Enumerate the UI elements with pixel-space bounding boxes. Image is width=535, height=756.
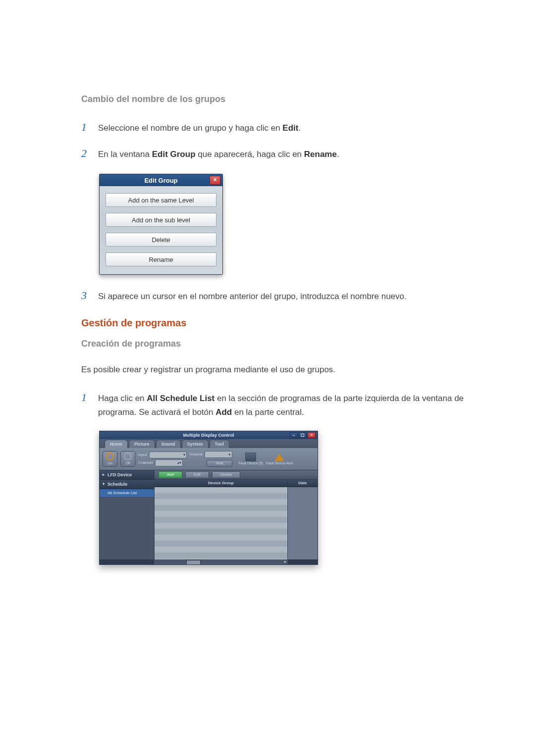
mdc-tab-row: Home Picture Sound System Tool ? [100,439,318,448]
text: que aparecerá, haga clic en [196,150,304,159]
delete-button[interactable]: Delete [106,233,216,247]
bold: Add [215,407,232,417]
label: Fault Device (0) [238,461,263,465]
label: Off [125,461,130,465]
bold: Edit Group [152,150,196,159]
input-label: Input [138,453,147,457]
grid-col-device-group [155,487,287,559]
text: En la ventana [98,150,152,159]
step-text: Si aparece un cursor en el nombre anteri… [98,290,407,303]
steps-create: 1 Haga clic en All Schedule List en la s… [81,389,476,418]
step-text: En la ventana Edit Group que aparecerá, … [98,148,339,161]
label: On [107,461,112,465]
power-off-button[interactable]: Off [120,451,135,467]
bold: Rename [304,150,337,159]
warning-icon [274,454,284,461]
horizontal-scrollbar[interactable] [154,559,288,564]
volume-stepper[interactable]: ▸ [205,451,232,458]
sidebar-item-all-schedule[interactable]: All Schedule List [100,489,154,498]
edit-group-dialog-figure: Edit Group × Add on the same Level Add o… [99,174,476,275]
text: en la parte central. [232,407,304,417]
mdc-window: Multiple Display Control – ▢ × Home Pict… [99,431,318,565]
grid-body [155,487,318,559]
fault-alert-icon[interactable]: Fault Device Alert [266,454,293,465]
maximize-icon[interactable]: ▢ [299,432,307,438]
add-button[interactable]: Add [159,471,182,478]
grid-header: Device Group Date [155,480,318,487]
text: Haga clic en [98,394,147,403]
scroll-right-icon[interactable]: ▸ [283,559,288,564]
power-icon [124,453,132,460]
heading-rename-groups: Cambio del nombre de los grupos [81,94,476,104]
text: Seleccione el nombre de un grupo y haga … [98,123,282,133]
power-on-button[interactable]: On [103,451,117,467]
step-number: 3 [81,287,89,304]
tab-system[interactable]: System [182,440,209,448]
power-group: On Off [103,451,135,467]
channel-label: Channel [138,460,153,465]
heading-create-programs: Creación de programas [81,339,476,349]
fault-group: Fault Device (0) Fault Device Alert [238,453,293,465]
edit-group-dialog: Edit Group × Add on the same Level Add o… [99,174,223,275]
step-number: 1 [81,389,89,406]
channel-stepper[interactable]: ▴▾ [155,459,183,466]
mdc-body: ▸ LFD Device ▾ Schedule All Schedule Lis… [100,470,318,559]
tab-sound[interactable]: Sound [156,440,181,448]
dialog-titlebar: Edit Group × [100,174,222,186]
mdc-ribbon: On Off Input ▾ Channel ▴▾ [100,448,318,470]
add-sub-level-button[interactable]: Add on the sub level [106,213,216,227]
minimize-icon[interactable]: – [290,432,298,438]
step-text: Haga clic en All Schedule List en la sec… [98,392,476,418]
sidebar-section-lfd[interactable]: ▸ LFD Device [100,470,154,480]
text: . [337,150,339,159]
caret-down-icon: ▾ [103,482,106,486]
tab-tool[interactable]: Tool [210,440,229,448]
fault-device-icon[interactable]: Fault Device (0) [238,453,263,465]
heading-manage-programs: Gestión de programas [81,317,476,329]
mute-button[interactable]: Mute [207,460,232,467]
dialog-body: Add on the same Level Add on the sub lev… [100,186,222,274]
step-number: 1 [81,118,89,136]
bold: All Schedule List [147,394,214,403]
mdc-figure: Multiple Display Control – ▢ × Home Pict… [99,431,476,565]
label: LFD Device [107,472,132,477]
rename-button[interactable]: Rename [106,252,216,266]
edit-button: Edit [185,471,209,478]
steps-rename: 1 Seleccione el nombre de un grupo y hag… [81,118,476,162]
mdc-sidebar: ▸ LFD Device ▾ Schedule All Schedule Lis… [100,470,155,559]
tab-picture[interactable]: Picture [129,440,155,448]
close-icon[interactable]: × [210,176,220,185]
col-date: Date [288,481,318,485]
caret-icon: ▸ [103,472,106,477]
mdc-main: Add Edit Delete Device Group Date [155,470,318,559]
volume-label: Volume [190,452,203,456]
label: Schedule [107,482,127,487]
steps-rename-cont: 3 Si aparece un cursor en el nombre ante… [81,287,476,304]
step-text: Seleccione el nombre de un grupo y haga … [98,121,301,135]
close-icon[interactable]: × [308,432,316,438]
sidebar-section-schedule[interactable]: ▾ Schedule [100,480,154,489]
scroll-thumb[interactable] [186,560,201,565]
step-number: 2 [81,145,89,162]
power-icon [106,453,114,460]
col-device-group: Device Group [155,481,288,485]
volume-group: Volume ▸ Mute [190,451,233,467]
mdc-titlebar: Multiple Display Control – ▢ × [100,431,318,439]
action-row: Add Edit Delete [155,470,318,480]
window-buttons: – ▢ × [290,432,316,438]
mdc-statusbar: ◂ ▸ [100,559,318,564]
intro-create-programs: Es posible crear y registrar un programa… [81,363,476,377]
grid-col-date [287,487,318,559]
tab-home[interactable]: Home [105,440,128,448]
dialog-title-text: Edit Group [144,177,177,184]
delete-button: Delete [212,471,240,478]
text: . [298,123,301,133]
monitor-icon [245,453,256,461]
mdc-title: Multiple Display Control [183,433,234,438]
add-same-level-button[interactable]: Add on the same Level [106,193,216,207]
input-select[interactable]: ▾ [149,452,187,458]
input-channel-group: Input ▾ Channel ▴▾ [138,452,187,466]
bold: Edit [282,123,298,133]
label: Fault Device Alert [266,461,293,465]
